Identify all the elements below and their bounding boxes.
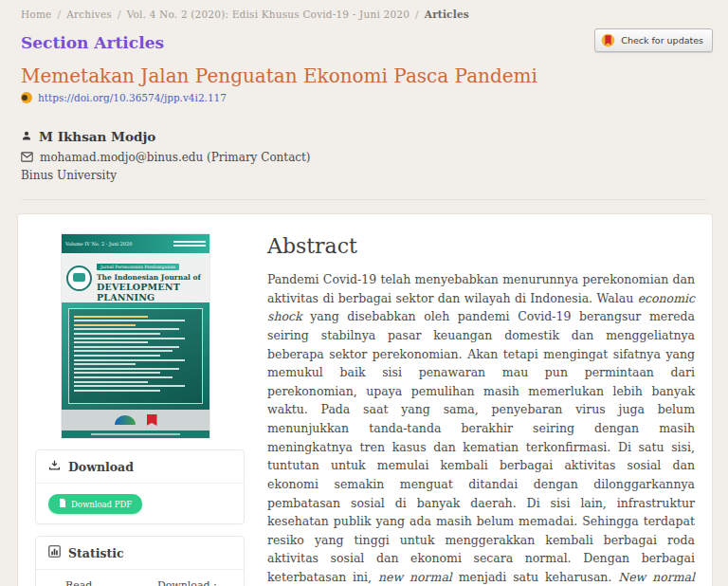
breadcrumb-home[interactable]: Home	[21, 9, 51, 20]
download-counter-label: Download :	[157, 579, 217, 586]
author-email: mohamad.modjo@binus.edu (Primary Contact…	[40, 151, 311, 164]
download-icon	[48, 459, 61, 474]
emblem-logo-icon	[147, 414, 157, 426]
statistic-header-label: Statistic	[68, 546, 124, 560]
article-body: Abstract Pandemi Covid-19 telah menyebab…	[245, 234, 695, 586]
breadcrumb-current: Articles	[425, 9, 469, 20]
cover-issn-lines	[173, 239, 206, 248]
breadcrumb-archives[interactable]: Archives	[66, 9, 112, 20]
author-name: M Ikhsan Modjo	[39, 129, 155, 144]
article-sidebar: Volume IV No. 2 - Juni 2020 Jurnal Peren…	[35, 234, 245, 586]
breadcrumb: Home/Archives/Vol. 4 No. 2 (2020): Edisi…	[21, 9, 713, 20]
cover-title-line1: The Indonesian Journal of	[97, 273, 205, 282]
abstract-heading: Abstract	[267, 234, 695, 258]
pdf-icon	[59, 499, 66, 509]
breadcrumb-separator: /	[415, 9, 419, 20]
cover-volume-line: Volume IV No. 2 - Juni 2020	[65, 241, 132, 247]
page: Home/Archives/Vol. 4 No. 2 (2020): Edisi…	[0, 0, 728, 586]
abstract-text: Pandemi Covid-19 telah menyebabkan menur…	[267, 270, 695, 586]
person-icon	[21, 127, 32, 145]
author-block: M Ikhsan Modjo mohamad.modjo@binus.edu (…	[21, 127, 713, 182]
journal-cover-image: Volume IV No. 2 - Juni 2020 Jurnal Peren…	[62, 234, 209, 438]
statistic-counters: Read Counter : 220 Download : 268	[48, 579, 231, 586]
cover-top-strip: Volume IV No. 2 - Juni 2020	[62, 234, 209, 253]
breadcrumb-issue[interactable]: Vol. 4 No. 2 (2020): Edisi Khusus Covid-…	[127, 9, 410, 20]
doi-icon	[21, 92, 32, 103]
cover-article-list	[68, 308, 203, 404]
download-panel: Download Download PDF	[35, 449, 245, 524]
breadcrumb-separator: /	[57, 9, 61, 20]
breadcrumb-separator: /	[118, 9, 121, 20]
envelope-icon	[21, 148, 33, 166]
journal-logo-icon	[66, 266, 92, 291]
download-header-label: Download	[68, 460, 134, 474]
bar-chart-icon	[48, 545, 61, 560]
check-for-updates-button[interactable]: Check for updates	[594, 28, 713, 52]
cover-series-label: Jurnal Perencanaan Pembangunan	[97, 264, 179, 270]
download-pdf-label: Download PDF	[71, 500, 132, 509]
download-pdf-button[interactable]: Download PDF	[48, 494, 142, 514]
cover-title-line2: DEVELOPMENT PLANNING	[97, 282, 205, 302]
article-main-card: Volume IV No. 2 - Juni 2020 Jurnal Peren…	[17, 213, 713, 586]
cover-publisher-logos	[62, 410, 209, 430]
statistic-panel: Statistic Read Counter	[35, 536, 245, 586]
read-counter-label: Read Counter :	[65, 579, 130, 586]
cover-title-band: Jurnal Perencanaan Pembangunan The Indon…	[62, 253, 209, 302]
doi-link[interactable]: https://doi.org/10.36574/jpp.v4i2.117	[38, 92, 227, 103]
article-header: Home/Archives/Vol. 4 No. 2 (2020): Edisi…	[0, 0, 728, 200]
bappenas-logo-icon	[115, 415, 136, 425]
header-divider	[21, 199, 707, 200]
cover-footer-bar	[62, 430, 209, 438]
author-affiliation: Binus University	[21, 169, 713, 182]
crossmark-icon	[601, 33, 615, 47]
doi-row: https://doi.org/10.36574/jpp.v4i2.117	[21, 92, 713, 103]
cover-contents-area	[62, 302, 209, 410]
article-title: Memetakan Jalan Penguatan Ekonomi Pasca …	[21, 64, 713, 87]
check-for-updates-label: Check for updates	[621, 35, 703, 46]
